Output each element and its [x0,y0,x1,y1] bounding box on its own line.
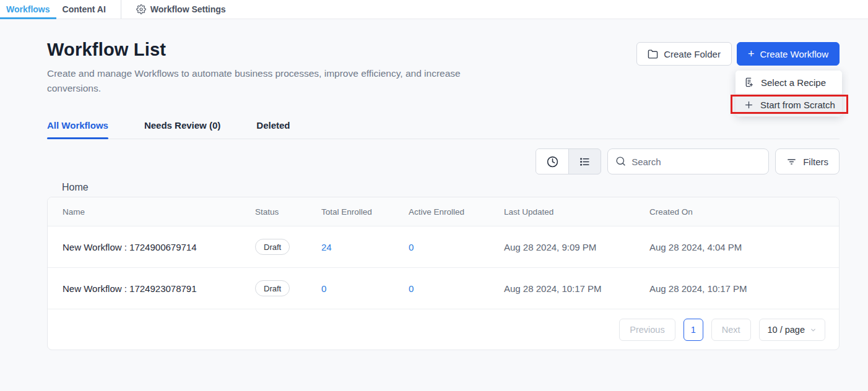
nav-workflow-settings-label: Workflow Settings [150,4,226,14]
create-workflow-button[interactable]: + Create Workflow [737,42,840,66]
tab-needs-review[interactable]: Needs Review (0) [144,120,220,139]
created-on-value: Aug 28 2024, 4:04 PM [649,242,805,252]
top-navigation: Workflows Content AI Workflow Settings [0,0,868,19]
search-box [607,148,769,174]
list-icon [579,156,591,168]
plus-icon [744,100,753,110]
plus-icon: + [748,48,755,59]
chevron-down-icon [810,327,817,333]
recipe-icon [744,77,754,87]
tab-needs-review-label: Needs Review (0) [144,120,220,131]
page-subtitle: Create and manage Workflows to automate … [47,66,508,96]
active-enrolled-link[interactable]: 0 [409,283,414,294]
list-view-button[interactable] [568,149,601,174]
nav-tab-content-ai[interactable]: Content AI [56,0,112,19]
total-enrolled-link[interactable]: 24 [321,242,332,252]
created-on-value: Aug 28 2024, 10:17 PM [649,283,805,294]
clock-icon [547,156,558,168]
nav-divider [121,0,121,19]
page-title: Workflow List [47,40,508,60]
table-row[interactable]: New Workflow : 1724900679714 Draft 24 0 … [48,226,839,268]
column-header-total-enrolled: Total Enrolled [321,207,409,217]
menu-item-start-from-scratch[interactable]: Start from Scratch [736,93,842,116]
active-enrolled-link[interactable]: 0 [409,242,414,252]
page-size-select[interactable]: 10 / page [759,319,825,341]
workflow-name[interactable]: New Workflow : 1724923078791 [63,283,255,294]
tab-deleted-label: Deleted [256,120,290,131]
workflow-filter-tabs: All Workflows Needs Review (0) Deleted [47,120,840,139]
tab-deleted[interactable]: Deleted [256,120,290,139]
nav-tab-workflows[interactable]: Workflows [0,0,56,19]
page-header: Workflow List Create and manage Workflow… [47,40,508,96]
column-header-created-on: Created On [649,207,805,217]
filter-icon [786,157,797,167]
column-header-active-enrolled: Active Enrolled [409,207,504,217]
status-badge: Draft [255,239,290,255]
menu-item-start-from-scratch-label: Start from Scratch [760,100,835,110]
column-header-name: Name [63,207,255,217]
create-workflow-menu: Select a Recipe Start from Scratch [736,71,842,116]
workflow-table: Name Status Total Enrolled Active Enroll… [47,197,840,350]
pagination: Previous 1 Next 10 / page [48,309,839,350]
last-updated-value: Aug 28 2024, 10:17 PM [504,283,649,294]
breadcrumb[interactable]: Home [62,182,89,193]
tab-all-workflows[interactable]: All Workflows [47,120,108,139]
column-header-status: Status [255,207,321,217]
table-header-row: Name Status Total Enrolled Active Enroll… [48,197,839,226]
gear-icon [136,4,146,14]
total-enrolled-link[interactable]: 0 [321,283,326,294]
column-header-last-updated: Last Updated [504,207,649,217]
filters-label: Filters [803,157,828,167]
folder-icon [648,49,658,59]
workflow-name[interactable]: New Workflow : 1724900679714 [63,242,255,252]
history-view-button[interactable] [536,149,568,174]
search-icon [615,156,626,166]
nav-workflow-settings[interactable]: Workflow Settings [130,0,232,19]
menu-item-select-a-recipe[interactable]: Select a Recipe [736,71,842,93]
status-badge: Draft [255,280,290,296]
search-input[interactable] [607,148,769,174]
last-updated-value: Aug 28 2024, 9:09 PM [504,242,649,252]
view-toggle [536,148,601,174]
table-row[interactable]: New Workflow : 1724923078791 Draft 0 0 A… [48,268,839,309]
next-page-button[interactable]: Next [711,319,751,341]
menu-item-select-a-recipe-label: Select a Recipe [761,77,826,88]
previous-page-button[interactable]: Previous [619,319,675,341]
filters-button[interactable]: Filters [775,148,840,174]
tab-all-workflows-label: All Workflows [47,120,108,131]
create-folder-button[interactable]: Create Folder [636,42,732,66]
page-number-button[interactable]: 1 [684,319,703,341]
page-size-label: 10 / page [768,325,805,335]
create-workflow-label: Create Workflow [760,49,828,59]
header-actions: Create Folder + Create Workflow [636,42,840,66]
create-folder-label: Create Folder [664,49,721,59]
list-toolbar: Filters [536,148,840,174]
nav-tab-content-ai-label: Content AI [63,4,106,14]
breadcrumb-home-label: Home [62,182,89,192]
nav-tab-workflows-label: Workflows [6,4,50,14]
